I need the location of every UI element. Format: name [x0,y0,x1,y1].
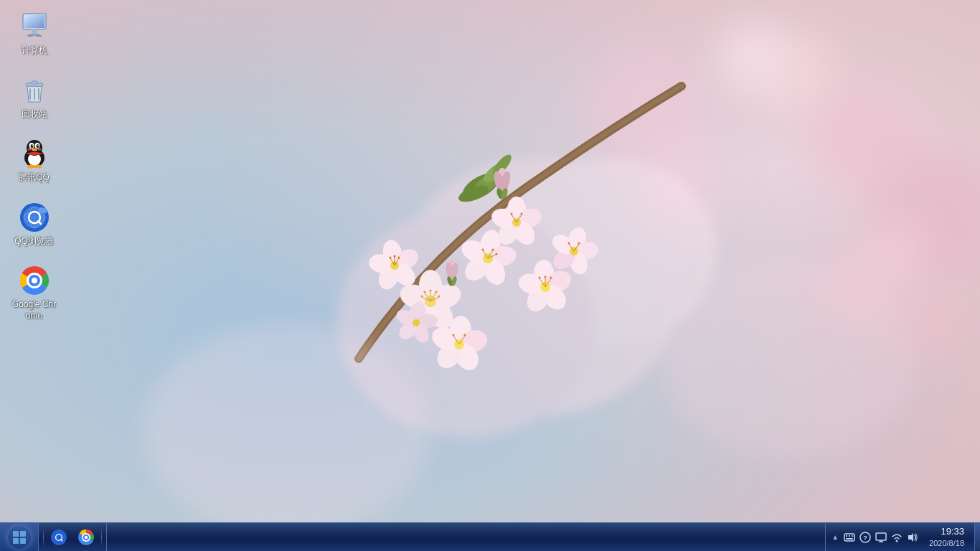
tray-display-icon[interactable] [875,531,887,544]
svg-line-23 [425,293,430,301]
svg-point-56 [448,315,472,345]
tencent-qq-icon[interactable]: 腾讯QQ [7,134,61,187]
svg-point-18 [421,295,458,334]
svg-point-159 [32,278,37,283]
start-button[interactable] [0,523,39,552]
svg-point-140 [32,149,37,151]
svg-point-81 [540,282,550,292]
qq-browser-label: QQ浏览器 [14,236,54,248]
svg-point-58 [450,339,483,375]
svg-point-117 [897,287,969,359]
svg-point-29 [430,290,432,292]
svg-point-66 [507,197,526,222]
svg-point-118 [864,219,929,283]
svg-rect-162 [13,538,19,544]
svg-point-42 [482,249,484,251]
svg-line-25 [430,297,439,301]
svg-point-142 [37,149,41,151]
svg-point-14 [456,182,491,205]
svg-point-53 [398,257,400,259]
svg-point-139 [37,145,39,146]
qq-browser-icon[interactable]: QQ浏览器 [7,198,61,251]
svg-line-50 [395,258,399,265]
svg-rect-161 [20,531,26,537]
svg-point-86 [539,277,541,279]
svg-point-182 [896,540,898,542]
svg-rect-171 [846,535,847,537]
computer-icon[interactable]: 计算机 [7,7,61,60]
system-tray: ▲ ? [825,523,974,552]
recycle-bin-image [19,75,50,106]
svg-point-74 [521,213,523,215]
svg-rect-173 [852,535,853,537]
tray-arrow[interactable]: ▲ [831,533,839,541]
svg-point-169 [85,535,88,538]
svg-point-89 [415,313,438,330]
recycle-bin-icon[interactable]: 回收站 [7,71,61,124]
show-desktop-button[interactable] [974,523,980,552]
svg-rect-156 [42,210,47,213]
windows-logo-icon [12,530,27,545]
svg-point-107 [550,245,580,273]
tray-keyboard-icon[interactable] [843,531,856,544]
svg-point-13 [481,159,510,186]
desktop-icons: 计算机 回收站 [7,7,61,326]
svg-point-85 [550,277,552,279]
svg-point-55 [394,255,396,258]
tray-network-icon[interactable] [890,531,903,544]
svg-point-69 [494,217,524,248]
svg-point-75 [511,213,513,215]
svg-point-49 [390,261,399,270]
svg-point-7 [642,140,721,219]
svg-rect-179 [876,533,886,540]
taskbar-qq-browser[interactable] [46,524,72,550]
svg-point-17 [427,281,464,312]
svg-point-54 [390,257,392,259]
google-chrome-label: Google Chrome [11,299,57,321]
svg-rect-160 [13,531,19,537]
svg-point-144 [34,165,42,169]
tray-help-icon[interactable]: ? [859,531,872,544]
svg-point-34 [479,254,509,288]
svg-point-67 [514,206,544,232]
svg-point-108 [549,230,579,258]
svg-point-95 [492,170,507,194]
clock-time: 19:33 [941,525,964,538]
svg-point-45 [390,245,422,274]
tray-volume-icon[interactable] [906,531,919,544]
taskbar-chrome[interactable] [73,524,99,550]
svg-point-115 [660,258,918,459]
svg-point-112 [578,242,580,245]
svg-point-109 [570,247,578,255]
svg-point-5 [717,22,789,93]
svg-point-68 [509,217,539,248]
svg-line-82 [545,278,551,287]
svg-point-10 [337,208,595,438]
svg-point-114 [143,323,430,538]
svg-rect-170 [844,534,854,541]
svg-point-87 [545,276,547,278]
svg-rect-175 [847,538,852,540]
clock[interactable]: 19:33 2020/8/18 [925,525,969,550]
svg-point-46 [388,259,420,291]
svg-point-100 [445,262,456,281]
svg-line-39 [483,250,488,258]
svg-point-138 [32,145,33,146]
google-chrome-icon[interactable]: Google Chrome [7,261,61,325]
svg-point-93 [413,319,420,326]
start-orb [8,526,31,549]
svg-rect-125 [36,35,42,37]
svg-point-6 [868,151,980,280]
tencent-qq-image [19,138,50,169]
svg-point-116 [818,244,904,330]
tray-icons: ▲ ? [831,531,919,544]
svg-line-73 [512,215,517,222]
svg-point-2 [588,50,703,165]
svg-point-60 [428,324,463,354]
svg-line-72 [517,215,522,222]
taskbar-separator-2 [101,527,102,547]
svg-rect-163 [20,538,26,544]
svg-point-71 [512,218,521,227]
svg-point-80 [517,271,547,297]
svg-point-96 [498,170,512,194]
